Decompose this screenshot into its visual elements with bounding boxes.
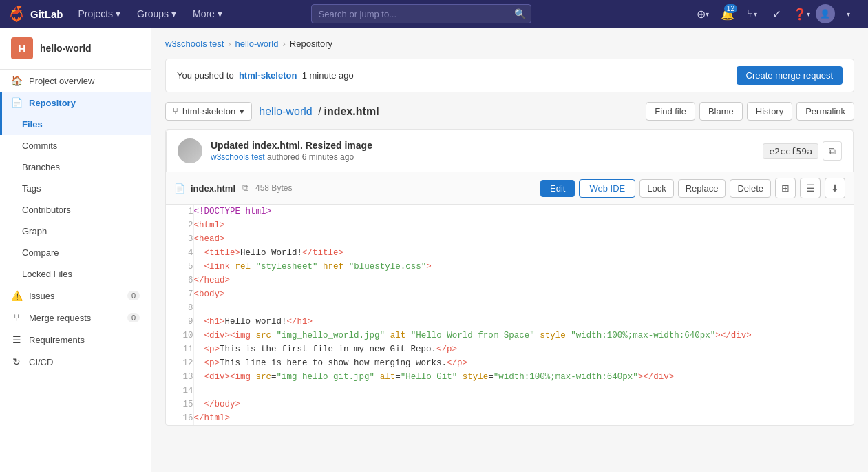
table-row: 7<body>: [166, 287, 854, 301]
web-ide-button[interactable]: Web IDE: [579, 179, 635, 198]
gitlab-logo[interactable]: GitLab: [8, 6, 63, 22]
line-number: 8: [166, 301, 193, 315]
sidebar-item-cicd[interactable]: ↻ CI/CD: [0, 351, 151, 373]
search-input[interactable]: [311, 4, 531, 23]
table-row: 8: [166, 301, 854, 315]
commit-author-link[interactable]: w3schools test: [211, 152, 265, 162]
requirements-icon: ☰: [11, 334, 22, 345]
project-header[interactable]: H hello-world: [0, 28, 151, 70]
edit-button[interactable]: Edit: [540, 180, 575, 197]
line-code: <head>: [193, 232, 854, 246]
nav-groups[interactable]: Groups ▾: [130, 0, 183, 28]
blame-inline-button[interactable]: ☰: [800, 178, 821, 198]
line-number: 11: [166, 342, 193, 356]
line-code: <!DOCTYPE html>: [193, 205, 854, 218]
raw-button[interactable]: ⊞: [775, 178, 796, 198]
find-file-button[interactable]: Find file: [646, 102, 695, 121]
line-code: <body>: [193, 287, 854, 301]
file-path: hello-world / index.html: [259, 105, 379, 118]
permalink-button[interactable]: Permalink: [796, 102, 854, 121]
nav-projects[interactable]: Projects ▾: [72, 0, 128, 28]
file-toolbar: 📄 index.html ⧉ 458 Bytes Edit Web IDE Lo…: [166, 172, 854, 205]
line-number: 12: [166, 356, 193, 370]
sidebar-item-label: Graph: [22, 226, 47, 236]
sidebar-item-compare[interactable]: Compare: [0, 242, 151, 263]
sidebar-item-locked-files[interactable]: Locked Files: [0, 263, 151, 285]
breadcrumb-hello-world[interactable]: hello-world: [235, 39, 279, 49]
sidebar-item-label: Repository: [29, 98, 76, 108]
sidebar-item-label: Commits: [22, 141, 57, 151]
sidebar-item-repository[interactable]: 📄 Repository: [0, 92, 151, 114]
sidebar-item-files[interactable]: Files: [0, 114, 151, 135]
lock-button[interactable]: Lock: [639, 179, 673, 198]
line-number: 4: [166, 246, 193, 260]
create-button[interactable]: ⊕ ▾: [692, 3, 714, 25]
line-number: 6: [166, 274, 193, 287]
sidebar-item-commits[interactable]: Commits: [0, 135, 151, 156]
breadcrumb-current: Repository: [290, 39, 332, 49]
sidebar-item-branches[interactable]: Branches: [0, 156, 151, 178]
search-bar: 🔍: [311, 4, 531, 23]
issues-icon: ⚠️: [11, 290, 22, 301]
sidebar-item-graph[interactable]: Graph: [0, 220, 151, 242]
sidebar-item-label: Files: [22, 119, 43, 130]
line-code: </body>: [193, 398, 854, 411]
table-row: 6</head>: [166, 274, 854, 287]
commit-message: Updated index.html. Resized image: [211, 140, 754, 151]
help-icon: ❓: [793, 8, 807, 21]
file-header-actions: Find file Blame History Permalink: [646, 102, 854, 121]
sidebar-item-issues[interactable]: ⚠️ Issues 0: [0, 285, 151, 307]
line-code: <h1>Hello world!</h1>: [193, 315, 854, 329]
sidebar-item-requirements[interactable]: ☰ Requirements: [0, 329, 151, 351]
breadcrumb: w3schools test › hello-world › Repositor…: [165, 39, 854, 49]
sidebar-item-merge-requests[interactable]: ⑂ Merge requests 0: [0, 307, 151, 329]
copy-path-button[interactable]: ⧉: [241, 181, 250, 195]
sidebar-item-tags[interactable]: Tags: [0, 178, 151, 199]
home-icon: 🏠: [11, 75, 22, 86]
branch-selector[interactable]: ⑂ html-skeleton ▾: [165, 102, 252, 121]
history-button[interactable]: History: [747, 102, 792, 121]
table-row: 4 <title>Hello World!</title>: [166, 246, 854, 260]
merge-requests-button[interactable]: ⑂ ▾: [741, 3, 763, 25]
line-number: 14: [166, 384, 193, 398]
copy-hash-button[interactable]: ⧉: [823, 141, 842, 161]
sidebar: H hello-world 🏠 Project overview 📄 Repos…: [0, 28, 151, 472]
commit-time: authored 6 minutes ago: [267, 152, 354, 162]
commit-avatar: [178, 138, 202, 163]
file-name-label: index.html: [191, 183, 235, 194]
code-content: 1<!DOCTYPE html>2<html>3<head>4 <title>H…: [166, 205, 854, 425]
blame-button[interactable]: Blame: [699, 102, 743, 121]
merge-icon: ⑂: [747, 8, 754, 20]
commit-info-bar: Updated index.html. Resized image w3scho…: [166, 130, 854, 172]
line-code: [193, 301, 854, 315]
nav-more[interactable]: More ▾: [186, 0, 229, 28]
replace-button[interactable]: Replace: [678, 179, 726, 198]
issues-button[interactable]: ✓: [766, 3, 788, 25]
commit-details: Updated index.html. Resized image w3scho…: [211, 140, 754, 162]
branch-name: html-skeleton: [182, 106, 235, 116]
merge-requests-count: 0: [127, 313, 140, 322]
sidebar-item-project-overview[interactable]: 🏠 Project overview: [0, 70, 151, 92]
table-row: 9 <h1>Hello world!</h1>: [166, 315, 854, 329]
table-row: 14: [166, 384, 854, 398]
sidebar-item-contributors[interactable]: Contributors: [0, 199, 151, 220]
main-content: w3schools test › hello-world › Repositor…: [151, 28, 868, 472]
delete-button[interactable]: Delete: [730, 179, 771, 198]
create-merge-request-button[interactable]: Create merge request: [737, 66, 843, 85]
notifications-button[interactable]: 🔔 12: [717, 3, 739, 25]
user-avatar[interactable]: 👤: [816, 4, 835, 23]
topnav-right-actions: ⊕ ▾ 🔔 12 ⑂ ▾ ✓ ❓ ▾ 👤 ▾: [692, 3, 860, 25]
repo-link[interactable]: hello-world: [259, 105, 312, 118]
help-button[interactable]: ❓ ▾: [791, 3, 813, 25]
download-button[interactable]: ⬇: [825, 178, 845, 198]
line-number: 5: [166, 260, 193, 274]
sidebar-item-label: Project overview: [29, 76, 94, 86]
line-code: <link rel="stylesheet" href="bluestyle.c…: [193, 260, 854, 274]
breadcrumb-w3schools[interactable]: w3schools test: [165, 39, 224, 49]
avatar-chevron[interactable]: ▾: [838, 3, 860, 25]
chevron-down-icon: ▾: [116, 8, 120, 19]
push-alert: You pushed to html-skeleton 1 minute ago…: [165, 59, 854, 92]
alert-branch-link[interactable]: html-skeleton: [239, 70, 297, 81]
table-row: 15 </body>: [166, 398, 854, 411]
issues-count: 0: [127, 291, 140, 300]
